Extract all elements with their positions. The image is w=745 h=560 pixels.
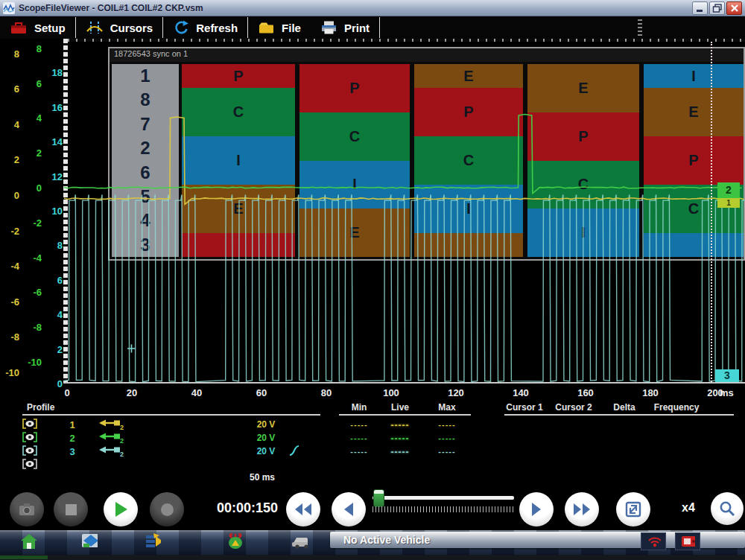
stroke-band-P: P — [527, 112, 639, 161]
stroke-label: P — [233, 68, 243, 85]
print-label: Print — [344, 22, 370, 34]
y-axis-tick: 4 — [22, 112, 42, 124]
sync-overlay-title: 18726543 sync on 1 — [114, 49, 188, 58]
bug-button[interactable] — [221, 532, 247, 551]
stroke-label: C — [349, 128, 360, 145]
cylinder-number: 5 — [112, 188, 179, 206]
stroke-band-E: E — [299, 209, 410, 257]
channel3-probe-icon[interactable]: 2 — [98, 445, 125, 457]
camera-icon — [18, 502, 36, 517]
close-button[interactable] — [726, 1, 742, 15]
stroke-band-E: E — [644, 88, 744, 136]
playback-slider-ticks — [372, 506, 514, 512]
y-axis-tick: 6 — [0, 83, 19, 95]
home-button[interactable] — [16, 532, 41, 551]
y-axis-tick: -2 — [0, 225, 19, 236]
cylinder-number: 6 — [112, 164, 179, 182]
channel3-visibility-toggle[interactable] — [22, 445, 37, 456]
x-axis-line — [63, 382, 745, 384]
stroke-label: I — [352, 176, 357, 193]
device-button[interactable] — [675, 532, 700, 550]
stroke-label: P — [578, 128, 588, 145]
stroke-band-P: P — [182, 64, 295, 88]
file-button[interactable]: File — [248, 16, 311, 39]
record-button[interactable] — [150, 492, 184, 526]
channel3-number: 3 — [69, 446, 74, 457]
stroke-label: P — [688, 152, 698, 169]
stroke-label: E — [463, 68, 473, 85]
fast-forward-icon — [572, 502, 592, 517]
setup-button[interactable]: Setup — [0, 16, 75, 39]
refresh-button[interactable]: Refresh — [163, 16, 247, 39]
measurement-value: ----- — [350, 420, 367, 429]
play-button[interactable] — [104, 492, 138, 526]
bottom-edge — [0, 555, 745, 560]
step-back-button[interactable] — [332, 492, 366, 526]
channel1-probe-icon[interactable]: 2 — [98, 418, 125, 430]
list-icon — [145, 533, 161, 550]
fast-forward-button[interactable] — [565, 492, 599, 526]
channel3-zero-marker[interactable]: 3 — [715, 369, 739, 382]
stroke-label: C — [688, 200, 699, 217]
close-icon — [729, 3, 741, 13]
sync-overlay-window[interactable]: 18726543 sync on 1 18726543PCIEPCIEEPCIE… — [108, 47, 745, 261]
y-axis-tick: 16 — [43, 101, 63, 112]
x-axis-tick: 180 — [642, 387, 659, 398]
y-axis-tick: 0 — [22, 182, 42, 194]
stroke-band-E: E — [182, 185, 295, 233]
y-axis-tick: -10 — [22, 357, 42, 368]
toolbar-grip[interactable] — [638, 19, 642, 36]
vehicle-button[interactable] — [287, 532, 312, 551]
minimize-button[interactable] — [692, 1, 708, 15]
stroke-band-C: C — [299, 112, 410, 161]
y-axis-tick: 8 — [43, 240, 63, 251]
x-axis-tick: 60 — [256, 387, 267, 398]
time-cursor-line[interactable] — [711, 42, 712, 382]
channel2-visibility-toggle[interactable] — [22, 432, 37, 442]
channel1-zero-marker[interactable]: 1 — [717, 198, 740, 208]
y-axis-tick: -2 — [22, 217, 42, 228]
channel3-trigger-slope-icon[interactable] — [288, 444, 301, 457]
print-button[interactable]: Print — [311, 16, 379, 39]
channel2-probe-icon[interactable]: 2 — [98, 431, 125, 444]
playback-slider-thumb[interactable] — [373, 489, 384, 507]
list-button[interactable] — [140, 532, 165, 551]
svg-text:2: 2 — [120, 424, 124, 430]
snapshot-button[interactable] — [10, 492, 44, 526]
step-forward-button[interactable] — [519, 492, 554, 526]
playback-slider-track[interactable] — [372, 496, 514, 500]
refresh-label: Refresh — [196, 22, 238, 34]
magnifier-button[interactable] — [711, 492, 744, 525]
y-axis-tick: -10 — [0, 367, 19, 378]
channel1-scale: 20 V — [257, 419, 276, 430]
playback-time-display: 00:00:150 — [213, 500, 282, 516]
channel4-visibility-toggle[interactable] — [22, 459, 37, 469]
y-axis-tick: 2 — [0, 154, 19, 165]
stroke-band-P: P — [644, 136, 744, 185]
stroke-band-I: I — [644, 64, 744, 88]
bottom-edge-accent — [0, 556, 48, 559]
wifi-button[interactable] — [641, 532, 666, 550]
sync-overlay-titlebar[interactable]: 18726543 sync on 1 — [110, 48, 744, 63]
stroke-label: I — [691, 68, 696, 85]
measurement-value: ----- — [350, 447, 367, 456]
x-axis-tick: 100 — [383, 387, 399, 398]
stroke-label: P — [463, 104, 473, 121]
fullscreen-button[interactable] — [616, 492, 650, 526]
cursors-button[interactable]: Cursors — [76, 16, 163, 39]
screen-button[interactable] — [77, 532, 102, 551]
restore-button[interactable] — [709, 1, 725, 15]
min-column-header: Min — [352, 402, 367, 413]
y-axis-tick: 6 — [22, 77, 42, 89]
channel2-zero-marker[interactable]: 2 — [717, 182, 740, 198]
stop-button[interactable] — [54, 492, 88, 526]
minimize-icon — [694, 3, 706, 13]
rewind-button[interactable] — [286, 492, 320, 526]
y-axis-tick: 10 — [43, 206, 63, 217]
x-axis-tick: 160 — [577, 387, 594, 398]
cylinder-number-column: 18726543 — [112, 64, 179, 257]
stroke-band-I: I — [527, 209, 639, 257]
channel1-visibility-toggle[interactable] — [22, 419, 37, 429]
rewind-icon — [294, 502, 313, 517]
trigger-cross-marker[interactable] — [127, 345, 136, 353]
